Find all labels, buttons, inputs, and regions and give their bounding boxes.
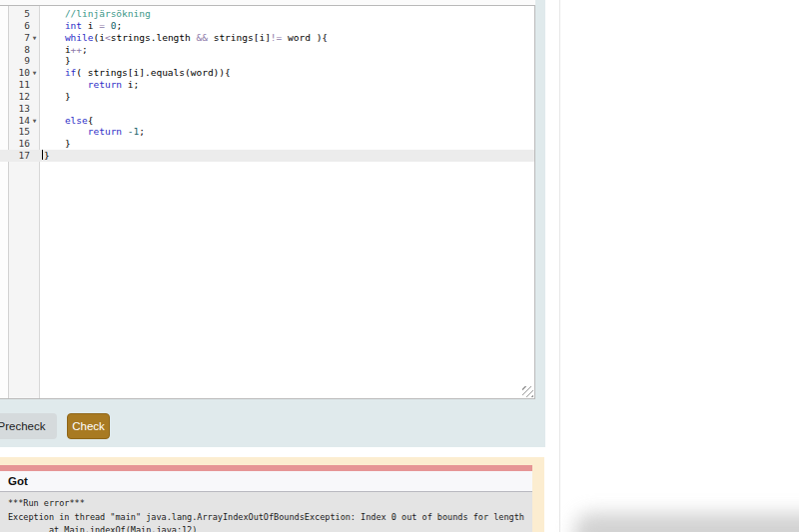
line-number: 13 (8, 103, 30, 115)
code-text: if( strings[i].equals(word)){ (39, 67, 534, 79)
code-lines[interactable]: 5 //linjärsökning6 int i = 0;7▼ while(i<… (0, 8, 534, 162)
line-number: 9 (8, 55, 30, 67)
resize-handle-icon[interactable] (522, 386, 533, 397)
code-line[interactable]: 11 return i; (0, 79, 534, 91)
code-text: } (39, 55, 534, 67)
code-text: } (39, 91, 534, 103)
page-divider (559, 0, 560, 532)
result-header: Got (0, 471, 532, 492)
check-button[interactable]: Check (67, 413, 110, 439)
line-number: 6 (8, 20, 30, 32)
fold-spacer (30, 8, 39, 20)
fold-spacer (30, 103, 39, 115)
fold-spacer (30, 91, 39, 103)
code-line[interactable]: 13 (0, 103, 534, 115)
fold-spacer (30, 150, 39, 162)
line-number: 7 (8, 32, 30, 44)
result-title: Got (8, 475, 28, 487)
code-text: } (39, 138, 534, 150)
code-line[interactable]: 10▼ if( strings[i].equals(word)){ (0, 67, 534, 79)
code-line[interactable]: 7▼ while(i<strings.length && strings[i]!… (0, 32, 534, 44)
code-line[interactable]: 9 } (0, 55, 534, 67)
output-line: at Main.indexOf(Main.java:12) (8, 524, 532, 532)
exercise-panel: 5 //linjärsökning6 int i = 0;7▼ while(i<… (0, 0, 545, 447)
code-text: int i = 0; (39, 20, 534, 32)
line-number: 16 (8, 138, 30, 150)
fold-spacer (30, 138, 39, 150)
text-cursor (42, 150, 43, 160)
precheck-button[interactable]: Precheck (0, 413, 57, 439)
code-line[interactable]: 15 return -1; (0, 126, 534, 138)
output-line: ***Run error*** (8, 497, 532, 511)
code-text: else{ (39, 115, 534, 127)
code-editor[interactable]: 5 //linjärsökning6 int i = 0;7▼ while(i<… (0, 5, 535, 399)
line-number: 10 (8, 67, 30, 79)
code-text (39, 103, 534, 115)
fold-spacer (30, 44, 39, 56)
code-text: return i; (39, 79, 534, 91)
fold-spacer (30, 79, 39, 91)
fold-arrow-icon[interactable]: ▼ (30, 67, 39, 79)
line-number: 17 (8, 150, 30, 162)
code-line[interactable]: 16 } (0, 138, 534, 150)
line-number: 15 (8, 126, 30, 138)
fold-spacer (30, 55, 39, 67)
line-number: 11 (8, 79, 30, 91)
result-panel: Got ***Run error***Exception in thread "… (0, 457, 544, 532)
line-number: 14 (8, 115, 30, 127)
fold-spacer (30, 20, 39, 32)
line-number: 5 (8, 8, 30, 20)
corner-overlay-shadow (574, 513, 799, 532)
code-line[interactable]: 17} (0, 150, 534, 162)
code-text: i++; (39, 44, 534, 56)
line-number: 8 (8, 44, 30, 56)
code-text: //linjärsökning (39, 8, 534, 20)
code-line[interactable]: 6 int i = 0; (0, 20, 534, 32)
fold-arrow-icon[interactable]: ▼ (30, 32, 39, 44)
code-text: return -1; (39, 126, 534, 138)
run-output: ***Run error***Exception in thread "main… (0, 492, 532, 532)
code-line[interactable]: 8 i++; (0, 44, 534, 56)
output-line: Exception in thread "main" java.lang.Arr… (8, 511, 532, 525)
code-line[interactable]: 5 //linjärsökning (0, 8, 534, 20)
line-number: 12 (8, 91, 30, 103)
code-text: } (39, 150, 534, 162)
code-line[interactable]: 12 } (0, 91, 534, 103)
code-line[interactable]: 14▼ else{ (0, 115, 534, 127)
fold-arrow-icon[interactable]: ▼ (30, 115, 39, 127)
result-inner: Got ***Run error***Exception in thread "… (0, 465, 532, 532)
code-text: while(i<strings.length && strings[i]!= w… (39, 32, 534, 44)
fold-spacer (30, 126, 39, 138)
